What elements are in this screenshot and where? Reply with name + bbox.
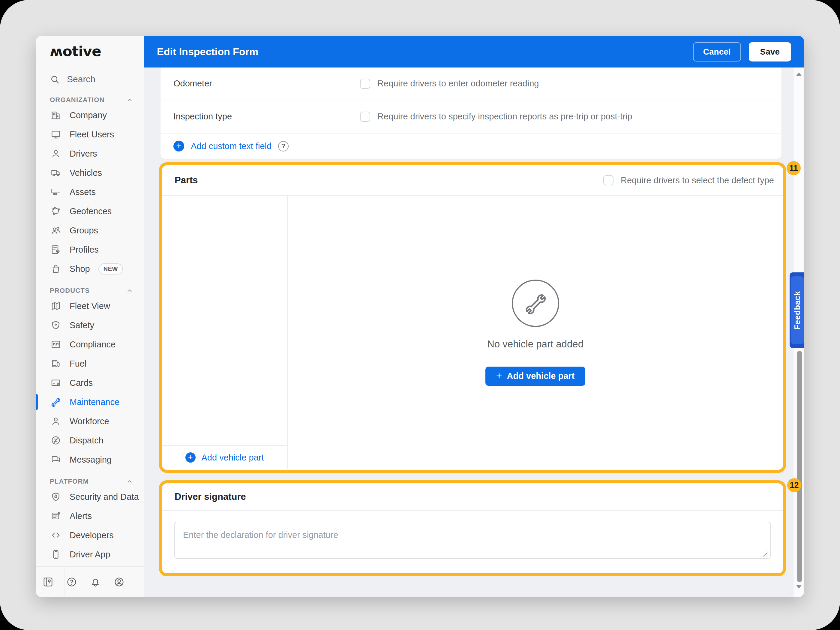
save-button[interactable]: Save <box>749 42 791 62</box>
sidebar-item-label: Security and Data <box>69 492 139 502</box>
geofence-icon <box>50 206 62 216</box>
scrollbar-thumb[interactable] <box>797 351 802 582</box>
nav-section-header-products: PRODUCTS <box>36 278 144 297</box>
trailer-icon <box>50 187 62 197</box>
help-icon[interactable] <box>278 141 289 152</box>
sidebar-item-dispatch[interactable]: Dispatch <box>36 431 144 450</box>
sidebar-item-fleet-view[interactable]: Fleet View <box>36 297 144 316</box>
sidebar-item-driver-app[interactable]: Driver App <box>36 545 144 564</box>
sidebar-item-developers[interactable]: Developers <box>36 526 144 545</box>
add-vehicle-part-link-row[interactable]: Add vehicle part <box>162 445 287 469</box>
sidebar-item-security-and-data[interactable]: Security and Data <box>36 487 144 507</box>
sidebar-item-label: Safety <box>69 321 94 330</box>
sidebar-item-workforce[interactable]: Workforce <box>36 412 144 431</box>
form-row-odometer: Odometer Require drivers to enter odomet… <box>161 68 782 99</box>
chevron-up-icon[interactable] <box>126 96 134 104</box>
sidebar-item-label: Messaging <box>69 455 112 465</box>
sidebar-item-maintenance[interactable]: Maintenance <box>36 392 144 412</box>
sidebar-footer <box>36 567 144 597</box>
odometer-option: Require drivers to enter odometer readin… <box>360 79 539 89</box>
sidebar-item-label: Groups <box>69 226 98 235</box>
scroll-down-arrow[interactable] <box>796 585 802 589</box>
sidebar-item-vehicles[interactable]: Vehicles <box>36 163 144 182</box>
add-custom-text-field-link[interactable]: Add custom text field <box>191 141 272 151</box>
scroll-up-arrow[interactable] <box>796 72 802 76</box>
inspection-form-card: Odometer Require drivers to enter odomet… <box>161 68 782 159</box>
credit-card-icon <box>50 378 62 388</box>
profile-card-icon <box>50 245 62 255</box>
person-icon <box>50 148 62 159</box>
sidebar-item-messaging[interactable]: Messaging <box>36 450 144 469</box>
add-vehicle-part-link[interactable]: Add vehicle part <box>202 453 264 463</box>
sidebar-item-cards[interactable]: Cards <box>36 373 144 392</box>
sidebar-item-assets[interactable]: Assets <box>36 182 144 202</box>
sidebar-item-label: Fleet Users <box>69 129 114 139</box>
new-badge: NEW <box>98 264 123 275</box>
search-label: Search <box>67 74 95 84</box>
sidebar-item-alerts[interactable]: Alerts <box>36 507 144 526</box>
feedback-tab-face: Feedback <box>791 276 804 344</box>
parts-header: Parts Require drivers to select the defe… <box>162 165 783 195</box>
sidebar-item-label: Driver App <box>69 549 110 559</box>
sidebar-item-shop[interactable]: ShopNEW <box>36 259 144 278</box>
sidebar-item-fleet-users[interactable]: Fleet Users <box>36 125 144 144</box>
nav-section-label: ORGANIZATION <box>50 96 126 104</box>
chevron-up-icon[interactable] <box>126 287 134 295</box>
fuel-pump-icon <box>50 358 62 369</box>
account-icon[interactable] <box>107 576 131 587</box>
chat-icon <box>50 455 62 465</box>
sidebar-item-geofences[interactable]: Geofences <box>36 202 144 221</box>
shopping-bag-icon <box>50 264 62 274</box>
shield-lock-icon <box>50 492 62 502</box>
logbook-map-icon[interactable] <box>36 576 60 587</box>
sidebar-item-profiles[interactable]: Profiles <box>36 240 144 259</box>
sidebar-item-label: Profiles <box>69 245 99 255</box>
sidebar-item-label: Dispatch <box>69 436 104 445</box>
alert-doc-icon <box>50 511 62 521</box>
sidebar-item-company[interactable]: Company <box>36 106 144 125</box>
annotation-badge-11: 11 <box>786 161 801 175</box>
parts-empty-text: No vehicle part added <box>487 338 584 350</box>
sidebar-item-groups[interactable]: Groups <box>36 221 144 240</box>
cancel-button[interactable]: Cancel <box>693 42 741 62</box>
sidebar-item-label: Drivers <box>69 149 97 159</box>
chevron-up-icon[interactable] <box>126 478 134 485</box>
search-icon <box>50 74 60 84</box>
nav-section-header-platform: PLATFORM <box>36 469 144 487</box>
app-window: ʍotive Search ORGANIZATIONCompanyFleet U… <box>36 36 804 597</box>
inspection-type-checkbox[interactable] <box>360 112 370 122</box>
driver-signature-declaration-input[interactable] <box>174 522 771 559</box>
bell-icon[interactable] <box>84 576 107 587</box>
defect-type-option: Require drivers to select the defect typ… <box>603 175 774 185</box>
sidebar-item-fuel[interactable]: Fuel <box>36 354 144 373</box>
sidebar-item-label: Company <box>69 111 107 120</box>
shield-icon <box>50 320 62 330</box>
parts-list-panel: Add vehicle part <box>162 196 288 469</box>
sidebar-item-label: Maintenance <box>69 397 119 407</box>
phone-icon <box>50 549 62 559</box>
footer-divider <box>65 567 65 597</box>
add-vehicle-part-button[interactable]: + Add vehicle part <box>485 366 585 386</box>
sidebar-search[interactable]: Search <box>36 71 144 88</box>
truck-icon <box>50 168 62 178</box>
sidebar-item-drivers[interactable]: Drivers <box>36 144 144 163</box>
sidebar-nav: ORGANIZATIONCompanyFleet UsersDriversVeh… <box>36 88 144 564</box>
sidebar-item-label: Developers <box>69 531 114 540</box>
parts-body: Add vehicle part No vehicle part added <box>162 196 783 469</box>
page-title: Edit Inspection Form <box>157 46 685 58</box>
sidebar-item-label: Fleet View <box>69 301 110 311</box>
row-label: Odometer <box>161 79 360 88</box>
driver-signature-section-highlight: Driver signature <box>159 480 786 576</box>
defect-type-checkbox[interactable] <box>603 175 614 185</box>
code-icon <box>50 530 62 540</box>
odometer-checkbox[interactable] <box>360 79 370 89</box>
sidebar-item-safety[interactable]: Safety <box>36 316 144 335</box>
help-icon[interactable] <box>60 576 84 587</box>
compliance-chart-icon <box>50 339 62 349</box>
sidebar-item-compliance[interactable]: Compliance <box>36 335 144 354</box>
row-label: Inspection type <box>161 112 360 122</box>
inspection-type-option: Require drivers to specify inspection re… <box>360 112 632 122</box>
odometer-option-label: Require drivers to enter odometer readin… <box>377 79 539 88</box>
driver-signature-body <box>162 511 783 573</box>
feedback-tab[interactable]: Feedback <box>789 272 804 348</box>
